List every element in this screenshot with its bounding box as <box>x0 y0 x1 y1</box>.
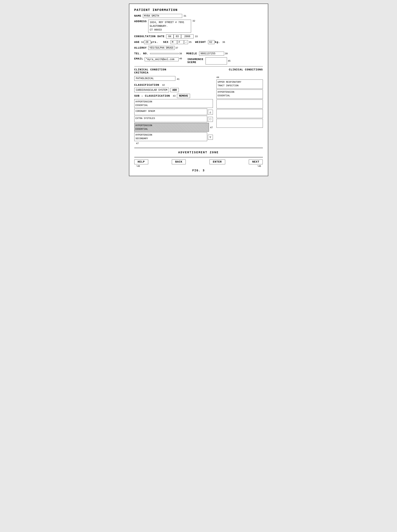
ref-46-label: └46 <box>257 165 261 168</box>
classification-label: CLASSIFICATION <box>134 84 159 87</box>
sex-label: SEX <box>163 41 168 44</box>
ref-31: 31 <box>184 15 186 17</box>
classification-row: CARDIOVASCULAR SYSTEM ADD <box>134 88 213 92</box>
weight-label: WEIGHT <box>195 41 206 44</box>
name-label: NAME <box>134 14 142 18</box>
mobile-field[interactable]: 9881137255 <box>199 52 224 56</box>
age-label: AGE <box>134 41 140 44</box>
next-button[interactable]: NEXT <box>249 160 263 164</box>
age-sex-weight-row: AGE 34 28 yrs. SEX M F ✓ 35 WEIGHT 62 kg… <box>134 40 263 44</box>
right-column: 44 UPPER RESPIRATORYTRACT INFECTION HYPE… <box>217 76 263 145</box>
subclass-list: HYPERTENSIONESSENTIAL CORONARY SPASM △ E… <box>134 99 213 142</box>
ad-zone-label: ADVERTISEMENT ZONE <box>178 151 219 154</box>
age-unit: yrs. <box>151 41 158 44</box>
classification-value[interactable]: CARDIOVASCULAR SYSTEM <box>134 88 169 92</box>
tel-label: TEL. NO. <box>134 52 149 55</box>
tel-field[interactable] <box>150 53 179 54</box>
sex-check[interactable]: ✓ <box>184 40 188 44</box>
ref-44: 44 <box>217 76 219 79</box>
help-button[interactable]: HELP <box>134 160 148 164</box>
insurance-field[interactable] <box>205 57 227 64</box>
ref-47-label: 47 <box>136 142 213 145</box>
address-line1: 1024, ROY STREET # 7891 <box>150 20 189 24</box>
ref-39: 39 <box>225 52 228 55</box>
scroll-mid-btn[interactable]: □ <box>208 117 213 122</box>
ref-36: 36 <box>222 41 225 44</box>
clinical-section: CLINICAL CONDITION CRITERIA CLINICAL CON… <box>134 68 263 74</box>
name-field[interactable]: MYRA SMITH <box>143 14 182 18</box>
consult-row: CONSULTATION DATE 04 03 2008 33 <box>134 34 263 38</box>
insurance-group: INSURENCE SCEME 45 <box>187 57 230 64</box>
ref-37: 37 <box>175 47 178 49</box>
consult-label: CONSULTATION DATE <box>134 35 165 38</box>
subclass-item-2[interactable]: EXTRA SYSTOLES <box>134 116 207 122</box>
ref-35: 35 <box>189 41 192 44</box>
consult-year[interactable]: 2008 <box>181 34 194 38</box>
subclass-item-3[interactable]: HYPERTENSIONESSENTIAL <box>134 123 209 132</box>
add-button[interactable]: ADD <box>170 88 179 92</box>
ref-34: 34 <box>141 41 144 44</box>
weight-unit: kg. <box>215 41 220 44</box>
insurance-row: INSURENCE SCEME 45 <box>187 57 230 64</box>
subclass-label: SUB – CLASSIFICATION <box>134 94 170 98</box>
fig-caption: FIG. 3 <box>134 169 263 172</box>
scroll-up-btn[interactable]: △ <box>208 110 213 115</box>
email-label: EMAIL <box>134 57 143 60</box>
consult-day[interactable]: 03 <box>174 34 181 38</box>
allergy-field[interactable]: YES/SULPHA DRUGS <box>148 46 175 50</box>
address-field[interactable]: 1024, ROY STREET # 7891 GLASTONBURY. CT … <box>148 20 191 33</box>
address-line2: GLASTONBURY. <box>150 24 189 28</box>
remove-button[interactable]: REMOVE <box>177 94 190 98</box>
ref-40: 40 <box>179 57 182 60</box>
page: PATIENT INFORMATION NAME MYRA SMITH 31 A… <box>129 4 268 176</box>
ref-33: 33 <box>195 35 198 38</box>
condition-item-2[interactable] <box>217 100 263 108</box>
name-row: NAME MYRA SMITH 31 <box>134 14 263 18</box>
ad-zone: ADVERTISEMENT ZONE <box>134 148 263 157</box>
pathological-box[interactable]: PATHOLOGICAL <box>134 76 175 81</box>
clinical-criteria-label: CLINICAL CONDITION CRITERIA <box>134 68 168 74</box>
mobile-label: MOBILE <box>186 52 197 55</box>
subclass-item-1-row: CORONARY SPASM △ <box>134 109 213 116</box>
pathological-row: PATHOLOGICAL 41 <box>134 76 213 82</box>
condition-item-4[interactable] <box>217 119 263 128</box>
age-field[interactable]: 28 <box>144 40 150 44</box>
allergy-label: ALLERGY <box>134 46 147 50</box>
ref-47-num: 47 <box>136 142 139 145</box>
email-field[interactable]: *myra_smith@aol.com <box>145 57 179 61</box>
back-button[interactable]: BACK <box>172 160 186 164</box>
sex-f-field[interactable]: F <box>177 40 184 44</box>
enter-button[interactable]: ENTER <box>210 160 225 164</box>
ref-48-label: └48 <box>136 165 140 168</box>
ref-43: 43 <box>173 95 176 97</box>
address-line3: CT 06033 <box>150 28 189 32</box>
ref-32: 32 <box>192 20 195 22</box>
condition-item-3[interactable] <box>217 109 263 118</box>
subclass-item-3-row: HYPERTENSIONESSENTIAL 47 <box>134 123 213 132</box>
ref-44-row: 44 <box>217 76 263 79</box>
ref-38: 38 <box>179 52 182 55</box>
subclass-item-4[interactable]: HYPERTENSIONSECONDARY <box>134 132 207 141</box>
condition-item-0[interactable]: UPPER RESPIRATORYTRACT INFECTION <box>217 80 263 89</box>
subclass-header-row: SUB – CLASSIFICATION 43 REMOVE <box>134 94 213 98</box>
subclass-item-0[interactable]: HYPERTENSIONESSENTIAL <box>134 99 213 108</box>
scroll-down-btn[interactable]: ▽ <box>208 135 213 140</box>
weight-field[interactable]: 62 <box>208 40 215 44</box>
consult-month[interactable]: 04 <box>166 34 174 38</box>
left-column: PATHOLOGICAL 41 CLASSIFICATION 42 CARDIO… <box>134 76 213 145</box>
subclass-item-1[interactable]: CORONARY SPASM <box>134 109 207 115</box>
ref-47: 47 <box>210 126 213 129</box>
tel-mobile-row: TEL. NO. 38 MOBILE 9881137255 39 <box>134 52 263 56</box>
bottom-row: HELP BACK ENTER NEXT <box>134 160 263 164</box>
allergy-row: ALLERGY YES/SULPHA DRUGS 37 <box>134 46 263 50</box>
email-insurance-row: EMAIL *myra_smith@aol.com 40 INSURENCE S… <box>134 57 263 64</box>
main-content: PATHOLOGICAL 41 CLASSIFICATION 42 CARDIO… <box>134 76 263 145</box>
clinical-conditions-right-title: CLINICAL CONDITIONS <box>171 68 263 72</box>
address-label: ADDRESS <box>134 20 147 23</box>
insurance-label: INSURENCE SCEME <box>187 58 203 64</box>
subclass-container: HYPERTENSIONESSENTIAL CORONARY SPASM △ E… <box>134 99 213 142</box>
bottom-annotations: └48 └46 <box>134 165 263 168</box>
condition-item-1[interactable]: HYPERTENSIONESSENTIAL <box>217 89 263 99</box>
sex-m-field[interactable]: M <box>171 40 177 44</box>
ref-41: 41 <box>177 78 180 81</box>
